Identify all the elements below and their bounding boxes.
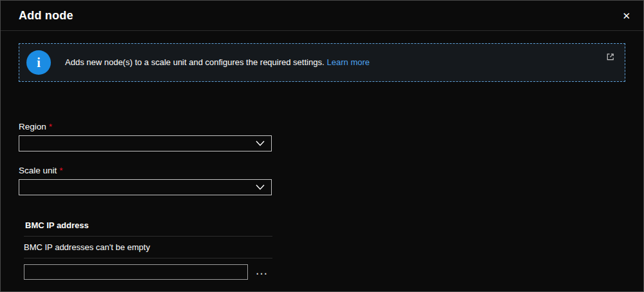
bmc-ip-input[interactable] [24, 264, 248, 280]
close-icon[interactable]: ✕ [618, 8, 634, 23]
region-field: Region* [19, 122, 625, 151]
info-banner: i Adds new node(s) to a scale unit and c… [19, 43, 625, 82]
region-label: Region* [19, 122, 625, 131]
banner-message-text: Adds new node(s) to a scale unit and con… [65, 57, 325, 67]
scale-unit-label: Scale unit* [19, 166, 625, 175]
bmc-ip-section: BMC IP address BMC IP addresses can't be… [24, 215, 272, 286]
region-dropdown[interactable] [19, 135, 272, 151]
chevron-down-icon [256, 184, 265, 190]
dialog-header: Add node ✕ [1, 1, 643, 30]
region-label-text: Region [19, 122, 46, 131]
learn-more-link[interactable]: Learn more [327, 57, 370, 67]
banner-message: Adds new node(s) to a scale unit and con… [65, 57, 370, 68]
info-icon: i [26, 50, 51, 75]
bmc-input-row: … [24, 258, 272, 286]
bmc-validation-message: BMC IP addresses can't be empty [24, 237, 272, 258]
scale-unit-label-text: Scale unit [19, 166, 57, 175]
scale-unit-field: Scale unit* [19, 166, 625, 195]
region-required-asterisk: * [49, 122, 52, 131]
scale-unit-dropdown[interactable] [19, 179, 272, 195]
dialog-content: i Adds new node(s) to a scale unit and c… [1, 31, 643, 286]
ellipsis-menu-button[interactable]: … [254, 267, 270, 277]
external-link-icon[interactable] [604, 51, 616, 63]
scale-unit-required-asterisk: * [59, 166, 62, 175]
page-title: Add node [19, 9, 73, 23]
add-node-dialog: Add node ✕ i Adds new node(s) to a scale… [1, 1, 643, 286]
bmc-section-header: BMC IP address [24, 215, 272, 237]
chevron-down-icon [256, 141, 265, 146]
